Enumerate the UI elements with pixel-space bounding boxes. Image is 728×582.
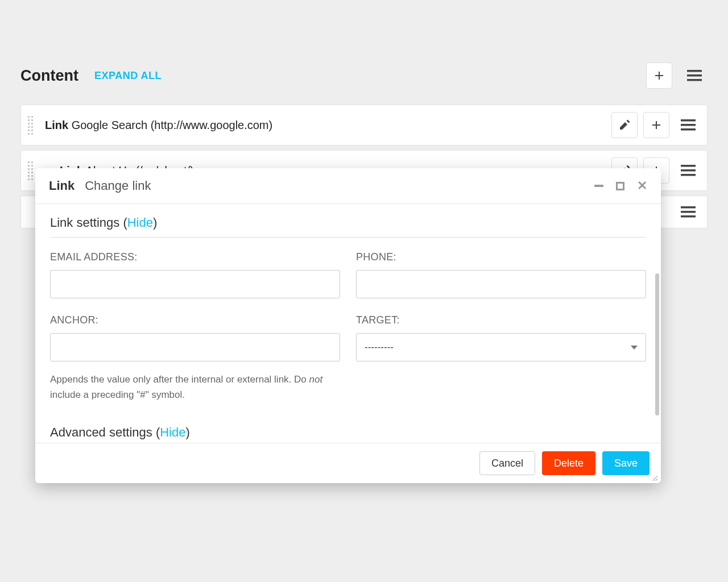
item-text: Link Google Search (http://www.google.co…: [45, 119, 272, 132]
hamburger-icon: [681, 119, 696, 131]
advanced-settings-heading: Advanced settings (Hide): [50, 425, 646, 440]
delete-button[interactable]: Delete: [542, 451, 595, 475]
email-field-group: EMAIL ADDRESS:: [50, 251, 340, 298]
edit-link-modal: Link Change link ✕ Link settings (Hide) …: [35, 168, 661, 483]
drag-handle-icon[interactable]: [28, 116, 38, 135]
email-input[interactable]: [50, 270, 340, 298]
hamburger-icon: [687, 70, 702, 81]
hamburger-icon: [681, 165, 696, 176]
svg-rect-5: [681, 128, 696, 131]
anchor-label: ANCHOR:: [50, 314, 340, 326]
target-label: TARGET:: [356, 314, 646, 326]
phone-field-group: PHONE:: [356, 251, 646, 298]
add-plugin-button[interactable]: [646, 63, 672, 89]
svg-rect-2: [687, 79, 702, 81]
plus-icon: [651, 119, 662, 131]
item-menu-button[interactable]: [675, 112, 701, 138]
svg-rect-11: [681, 215, 696, 218]
page-title: Content: [20, 67, 78, 85]
phone-input[interactable]: [356, 270, 646, 298]
menu-button[interactable]: [681, 63, 708, 89]
modal-header: Link Change link ✕: [35, 168, 661, 204]
target-field-group: TARGET: ---------: [356, 314, 646, 361]
modal-subtitle: Change link: [85, 178, 151, 193]
target-select-value: ---------: [365, 342, 394, 353]
phone-label: PHONE:: [356, 251, 646, 263]
hide-link-settings[interactable]: Hide: [127, 215, 153, 230]
edit-button[interactable]: [611, 112, 638, 138]
modal-footer: Cancel Delete Save: [35, 443, 661, 483]
anchor-input[interactable]: [50, 333, 340, 361]
svg-rect-9: [681, 206, 696, 209]
maximize-icon[interactable]: [616, 182, 624, 190]
save-button[interactable]: Save: [602, 451, 650, 475]
anchor-help-text: Appends the value only after the interna…: [50, 372, 340, 402]
svg-rect-8: [681, 174, 696, 176]
svg-rect-6: [681, 165, 696, 167]
cancel-button[interactable]: Cancel: [479, 451, 535, 475]
svg-rect-4: [681, 124, 696, 126]
svg-rect-10: [681, 211, 696, 213]
chevron-down-icon: [631, 346, 638, 350]
svg-rect-3: [681, 119, 696, 122]
resize-grip-icon[interactable]: [651, 474, 657, 481]
expand-all-link[interactable]: EXPAND ALL: [94, 70, 162, 82]
modal-body: Link settings (Hide) EMAIL ADDRESS: PHON…: [35, 204, 661, 443]
target-select[interactable]: ---------: [356, 333, 646, 361]
list-item[interactable]: Link Google Search (http://www.google.co…: [20, 105, 708, 146]
page-header: Content EXPAND ALL: [20, 63, 708, 89]
add-child-button[interactable]: [643, 112, 669, 138]
svg-rect-7: [681, 169, 696, 172]
item-menu-button[interactable]: [675, 199, 701, 225]
email-label: EMAIL ADDRESS:: [50, 251, 340, 263]
scrollbar-thumb[interactable]: [655, 273, 659, 415]
link-settings-heading: Link settings (Hide): [50, 215, 646, 238]
hide-advanced-settings[interactable]: Hide: [160, 425, 185, 439]
svg-rect-0: [687, 70, 702, 72]
plus-icon: [653, 70, 665, 81]
anchor-field-group: ANCHOR:: [50, 314, 340, 361]
hamburger-icon: [681, 206, 696, 218]
modal-type-label: Link: [49, 178, 75, 193]
close-icon[interactable]: ✕: [637, 178, 647, 193]
pencil-icon: [619, 119, 630, 131]
minimize-icon[interactable]: [594, 185, 603, 187]
item-menu-button[interactable]: [675, 157, 701, 184]
svg-rect-1: [687, 74, 702, 77]
